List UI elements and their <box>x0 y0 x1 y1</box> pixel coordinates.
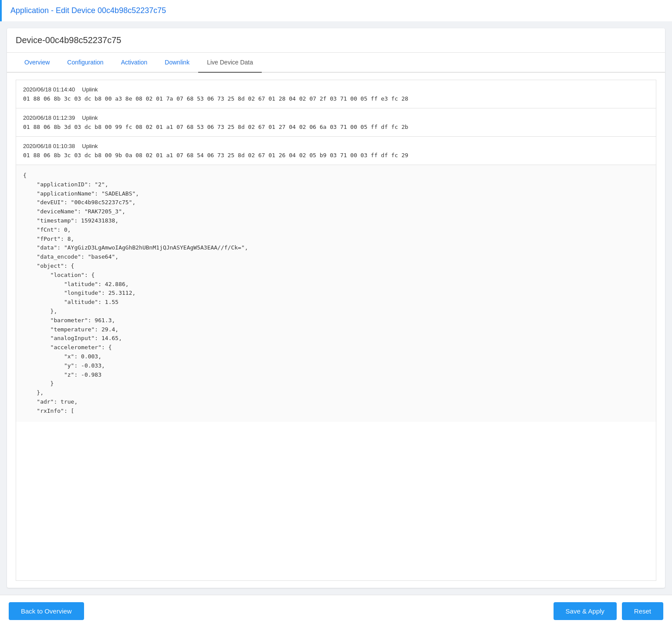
page-header: Application - Edit Device 00c4b98c52237c… <box>0 0 672 21</box>
uplink-header-2: 2020/06/18 01:12:39 Uplink <box>23 115 649 121</box>
uplink-entry-2: 2020/06/18 01:12:39 Uplink 01 88 06 8b 3… <box>16 108 656 137</box>
footer-bar: Back to Overview Save & Apply Reset <box>0 595 672 627</box>
uplink-timestamp-2: 2020/06/18 01:12:39 <box>23 115 75 121</box>
content-area: 2020/06/18 01:14:40 Uplink 01 88 06 8b 3… <box>7 73 665 588</box>
footer-right: Save & Apply Reset <box>554 602 663 620</box>
json-content: { "applicationID": "2", "applicationName… <box>16 165 656 422</box>
uplink-timestamp-3: 2020/06/18 01:10:38 <box>23 143 75 149</box>
uplink-hex-3: 01 88 06 8b 3c 03 dc b8 00 9b 0a 08 02 0… <box>23 152 649 158</box>
data-container[interactable]: 2020/06/18 01:14:40 Uplink 01 88 06 8b 3… <box>16 80 656 581</box>
uplink-type-1: Uplink <box>82 86 98 93</box>
uplink-entry-3: 2020/06/18 01:10:38 Uplink 01 88 06 8b 3… <box>16 137 656 165</box>
device-title: Device-00c4b98c52237c75 <box>7 28 665 53</box>
uplink-type-2: Uplink <box>82 115 98 121</box>
uplink-hex-1: 01 88 06 8b 3c 03 dc b8 00 a3 8e 08 02 0… <box>23 95 649 102</box>
page-title: Application - Edit Device 00c4b98c52237c… <box>10 6 166 15</box>
uplink-header-1: 2020/06/18 01:14:40 Uplink <box>23 86 649 93</box>
uplink-timestamp-1: 2020/06/18 01:14:40 <box>23 86 75 93</box>
main-card: Device-00c4b98c52237c75 Overview Configu… <box>7 28 665 588</box>
uplink-hex-2: 01 88 06 8b 3d 03 dc b8 00 99 fc 08 02 0… <box>23 124 649 130</box>
tab-overview[interactable]: Overview <box>16 53 58 73</box>
uplink-entry-1: 2020/06/18 01:14:40 Uplink 01 88 06 8b 3… <box>16 80 656 108</box>
tab-configuration[interactable]: Configuration <box>58 53 112 73</box>
back-to-overview-button[interactable]: Back to Overview <box>9 602 84 620</box>
save-apply-button[interactable]: Save & Apply <box>554 602 617 620</box>
tab-downlink[interactable]: Downlink <box>156 53 198 73</box>
reset-button[interactable]: Reset <box>622 602 663 620</box>
uplink-type-3: Uplink <box>82 143 98 149</box>
tab-bar: Overview Configuration Activation Downli… <box>7 53 665 73</box>
tab-live-device-data[interactable]: Live Device Data <box>198 53 262 73</box>
uplink-header-3: 2020/06/18 01:10:38 Uplink <box>23 143 649 149</box>
tab-activation[interactable]: Activation <box>112 53 156 73</box>
